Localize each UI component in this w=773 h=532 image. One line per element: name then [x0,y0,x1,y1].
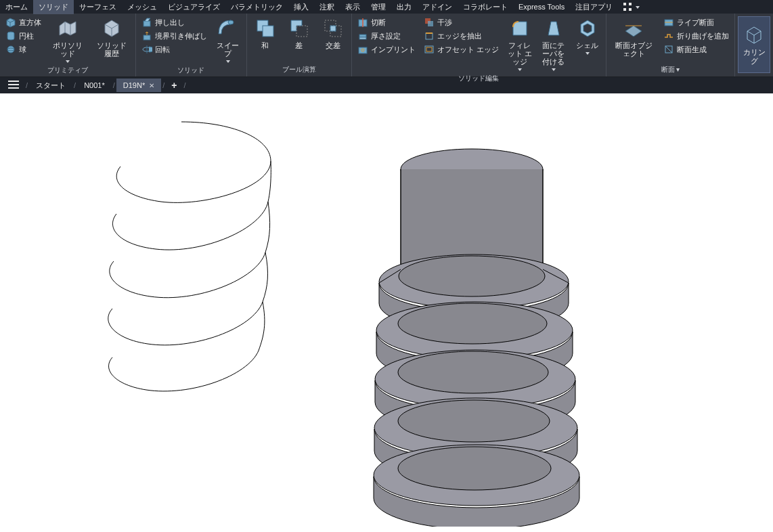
btn-union[interactable]: 和 [250,16,281,51]
tab-visualize[interactable]: ビジュアライズ [162,0,225,14]
btn-taper-face[interactable]: 面にテーパを付ける [538,16,569,72]
btn-fillet-edge[interactable]: フィレット エッジ [504,16,535,72]
label: 回転 [155,45,170,55]
btn-generate-section[interactable]: 断面生成 [661,43,732,56]
btn-imprint[interactable]: インプリント [355,43,418,56]
section-plane-icon [623,18,644,39]
panel-title: ソリッド [139,64,244,77]
tab-collaborate[interactable]: コラボレート [458,0,513,14]
btn-extract-edge[interactable]: エッジを抽出 [421,30,502,42]
label: 折り曲げを追加 [677,31,729,41]
label: スタート [36,81,66,91]
btn-sweep[interactable]: スイープ [213,16,244,64]
label: D19N* [123,81,145,89]
panel-title[interactable]: 断面 ▾ [609,64,732,76]
label: 断面生成 [677,45,707,55]
sweep-icon [217,18,239,39]
label: シェル [576,41,598,49]
tab-annotate[interactable]: 注釈 [314,0,340,14]
svg-rect-16 [330,26,336,31]
svg-point-5 [7,46,14,53]
btn-intersect[interactable]: 交差 [317,16,349,51]
tab-insert[interactable]: 挿入 [288,0,314,14]
btn-subtract[interactable]: 差 [284,16,315,51]
tab-solid[interactable]: ソリッド [33,0,74,14]
tab-manage[interactable]: 管理 [366,0,391,14]
tab-surface[interactable]: サーフェス [74,0,122,14]
svg-point-10 [228,20,234,24]
svg-rect-23 [428,21,433,26]
svg-rect-13 [296,26,307,37]
label: ソリッド履歴 [93,41,129,58]
svg-rect-1 [629,3,632,5]
tab-output[interactable]: 出力 [391,0,417,14]
culling-icon [743,24,765,46]
btn-sphere[interactable]: 球 [3,43,44,56]
shell-icon [577,18,598,39]
label: 切断 [371,18,386,28]
btn-interfere[interactable]: 干渉 [421,16,502,28]
file-tabs-menu[interactable] [3,78,24,93]
close-icon[interactable]: ✕ [149,82,154,89]
new-tab-button[interactable]: + [166,77,182,93]
tab-addin[interactable]: アドイン [417,0,458,14]
chevron-down-icon [552,68,556,71]
btn-revolve[interactable]: 回転 [139,43,210,56]
btn-extrude[interactable]: 押し出し [139,16,210,28]
live-section-icon [663,17,674,28]
svg-rect-18 [359,35,366,37]
label: 差 [295,41,303,49]
separator: / [24,81,29,89]
btn-box[interactable]: 直方体 [3,16,44,28]
btn-shell[interactable]: シェル [572,16,603,56]
svg-rect-7 [143,21,150,26]
label: 境界引き伸ばし [155,31,207,41]
btn-polysolid[interactable]: ポリソリッド [47,16,88,64]
tab-view[interactable]: 表示 [340,0,366,14]
label: 面にテーパを付ける [541,41,567,66]
doc-tab-d19n[interactable]: D19N* ✕ [116,79,161,92]
btn-cylinder[interactable]: 円柱 [3,30,44,42]
btn-section-object[interactable]: 断面オブジェクト [609,16,658,59]
btn-add-jog[interactable]: 折り曲げを追加 [661,30,732,42]
svg-point-31 [399,256,545,296]
btn-polyboundary[interactable]: 境界引き伸ばし [139,30,210,42]
btn-live-section[interactable]: ライブ断面 [661,16,732,28]
taper-face-icon [543,18,565,39]
tab-featured[interactable]: 注目アプリ [570,0,618,14]
tab-home[interactable]: ホーム [0,0,33,14]
label: 押し出し [155,18,185,28]
btn-solid-history[interactable]: ソリッド履歴 [91,16,132,59]
label: 交差 [326,41,340,49]
hamburger-icon [8,81,19,89]
presspull-icon [141,30,152,41]
svg-rect-24 [426,33,433,39]
ribbon-region: ホーム ソリッド サーフェス メッシュ ビジュアライズ パラメトリック 挿入 注… [0,0,773,93]
panel-solid-edit: 切断 厚さ設定 インプリント 干渉 [351,14,606,76]
panel-boolean: 和 差 交差 ブール演算 [246,14,351,76]
chevron-down-icon [586,52,590,55]
tab-parametric[interactable]: パラメトリック [225,0,288,14]
doc-tab-n001[interactable]: N001* [77,79,112,92]
btn-offset-edge[interactable]: オフセット エッジ [421,43,502,56]
tab-express[interactable]: Express Tools [513,1,570,13]
btn-culling[interactable]: カリング [738,16,770,73]
extrude-icon [141,17,152,28]
thicken-icon [357,30,368,41]
drawing-canvas[interactable] [0,93,773,527]
panel-title: ソリッド編集 [355,72,603,85]
btn-thicken[interactable]: 厚さ設定 [355,30,418,42]
sphere-icon [5,44,16,55]
separator: / [72,81,77,89]
btn-slice[interactable]: 切断 [355,16,418,28]
panel-title: プリミティブ [3,64,133,77]
label: フィレット エッジ [507,41,533,66]
jog-icon [663,30,674,41]
ribbon: 直方体 円柱 球 ポリソリッド [0,14,773,77]
polysolid-icon [57,18,79,39]
imprint-icon [357,44,368,55]
label: N001* [84,81,105,89]
workspace-switcher[interactable] [618,1,644,12]
tab-mesh[interactable]: メッシュ [122,0,162,14]
doc-tab-start[interactable]: スタート [29,78,72,93]
